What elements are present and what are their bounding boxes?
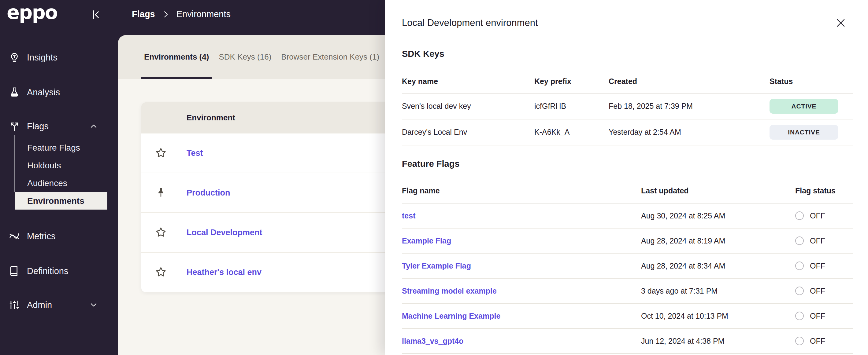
feature-flags-table-header: Flag name Last updated Flag status (402, 178, 853, 204)
status-badge: ACTIVE (770, 99, 838, 114)
branch-icon (8, 120, 20, 132)
flag-link[interactable]: Streaming model example (402, 287, 641, 295)
key-created: Yesterday at 2:54 AM (609, 128, 770, 137)
table-row: Darcey's Local Env K-A6Kk_A Yesterday at… (402, 119, 853, 145)
sidebar-item-label: Metrics (27, 231, 55, 241)
flag-status-label: OFF (810, 261, 825, 271)
drawer-title: Local Development environment (402, 17, 538, 28)
sidebar-item-flags[interactable]: Flags (0, 118, 118, 135)
flag-link[interactable]: Machine Learning Example (402, 312, 641, 320)
column-environment: Environment (187, 113, 235, 122)
environment-link[interactable]: Heather's local env (187, 268, 261, 277)
column-key-name: Key name (402, 77, 534, 86)
key-created: Feb 18, 2025 at 7:39 PM (609, 102, 770, 111)
lightbulb-icon (8, 51, 20, 63)
flask-icon (8, 86, 20, 98)
flag-link[interactable]: Example Flag (402, 237, 641, 245)
tab-sdk-keys[interactable]: SDK Keys (16) (216, 35, 274, 79)
breadcrumb: Flags Environments (132, 9, 230, 19)
key-prefix: icfGfRHB (534, 102, 609, 111)
sidebar-item-audiences[interactable]: Audiences (15, 174, 107, 192)
sidebar-item-insights[interactable]: Insights (0, 49, 118, 66)
table-row: test Aug 30, 2024 at 8:25 AM OFF (402, 204, 853, 228)
column-flag-name: Flag name (402, 186, 641, 195)
table-row: Sven's local dev key icfGfRHB Feb 18, 20… (402, 94, 853, 119)
environment-link[interactable]: Production (187, 188, 230, 198)
flag-updated: Oct 10, 2024 at 10:13 PM (641, 312, 795, 320)
column-last-updated: Last updated (641, 186, 795, 195)
sidebar-item-feature-flags[interactable]: Feature Flags (15, 139, 107, 156)
key-prefix: K-A6Kk_A (534, 128, 609, 137)
breadcrumb-environments[interactable]: Environments (177, 9, 230, 19)
flag-link[interactable]: test (402, 211, 641, 220)
sidebar-item-label: Environments (27, 196, 85, 206)
status-badge: INACTIVE (770, 125, 838, 140)
column-key-prefix: Key prefix (534, 77, 609, 86)
chevron-up-icon[interactable] (89, 121, 98, 131)
chevron-right-icon (161, 10, 170, 19)
flag-status-label: OFF (810, 287, 825, 295)
sidebar-item-label: Definitions (27, 266, 68, 276)
column-flag-status: Flag status (795, 186, 853, 195)
radio-off-icon[interactable] (795, 337, 804, 345)
sidebar-item-environments[interactable]: Environments (15, 192, 107, 210)
sdk-keys-table: Key name Key prefix Created Status Sven'… (402, 70, 853, 145)
breadcrumb-flags[interactable]: Flags (132, 9, 155, 19)
table-row: Machine Learning Example Oct 10, 2024 at… (402, 304, 853, 329)
sidebar-item-metrics[interactable]: Metrics (0, 227, 118, 245)
sidebar-item-definitions[interactable]: Definitions (0, 262, 118, 280)
radio-off-icon[interactable] (795, 237, 804, 245)
star-icon[interactable] (155, 266, 167, 278)
flag-updated: Aug 28, 2024 at 8:19 AM (641, 237, 795, 245)
environment-detail-drawer: Local Development environment SDK Keys K… (385, 0, 868, 355)
environment-link[interactable]: Test (187, 148, 203, 158)
column-created: Created (609, 77, 770, 86)
tab-environments[interactable]: Environments (4) (141, 35, 212, 79)
book-icon (8, 265, 20, 277)
table-row: llama3_vs_gpt4o Jun 12, 2024 at 4:38 PM … (402, 329, 853, 354)
column-status: Status (770, 77, 853, 86)
flag-link[interactable]: Tyler Example Flag (402, 261, 641, 271)
radio-off-icon[interactable] (795, 287, 804, 295)
eppo-logo: eppo (7, 1, 57, 24)
trend-icon (8, 230, 20, 242)
sidebar-item-holdouts[interactable]: Holdouts (15, 157, 107, 174)
chevron-down-icon[interactable] (89, 300, 98, 310)
table-row: Tyler Example Flag Aug 28, 2024 at 8:34 … (402, 254, 853, 279)
sidebar-collapse-icon[interactable] (91, 9, 102, 21)
environment-link[interactable]: Local Development (187, 228, 262, 237)
radio-off-icon[interactable] (795, 312, 804, 320)
feature-flags-table: Flag name Last updated Flag status test … (402, 178, 853, 354)
star-icon[interactable] (155, 147, 167, 159)
sidebar-item-label: Audiences (27, 178, 67, 188)
sliders-icon (8, 299, 20, 311)
sidebar-item-label: Analysis (27, 87, 60, 98)
key-name: Darcey's Local Env (402, 128, 534, 137)
sidebar-item-label: Insights (27, 52, 58, 63)
flag-status-label: OFF (810, 337, 825, 346)
flag-updated: Jun 12, 2024 at 4:38 PM (641, 337, 795, 346)
sidebar-item-analysis[interactable]: Analysis (0, 84, 118, 101)
pin-icon[interactable] (155, 187, 167, 199)
sdk-keys-heading: SDK Keys (402, 49, 444, 59)
key-name: Sven's local dev key (402, 102, 534, 111)
sidebar-item-label: Admin (27, 300, 52, 310)
flag-status-label: OFF (810, 211, 825, 220)
flag-updated: 3 days ago at 7:31 PM (641, 287, 795, 295)
flag-status-label: OFF (810, 312, 825, 320)
sidebar-item-admin[interactable]: Admin (0, 296, 118, 314)
close-icon[interactable] (835, 17, 846, 29)
radio-off-icon[interactable] (795, 261, 804, 270)
star-icon[interactable] (155, 226, 167, 239)
table-row: Example Flag Aug 28, 2024 at 8:19 AM OFF (402, 228, 853, 254)
tab-browser-extension-keys[interactable]: Browser Extension Keys (1) (278, 35, 382, 79)
sidebar-item-label: Flags (27, 121, 49, 131)
sdk-keys-table-header: Key name Key prefix Created Status (402, 70, 853, 94)
sidebar-item-label: Feature Flags (27, 143, 80, 153)
feature-flags-heading: Feature Flags (402, 159, 460, 169)
flag-updated: Aug 28, 2024 at 8:34 AM (641, 261, 795, 271)
flag-link[interactable]: llama3_vs_gpt4o (402, 337, 641, 346)
radio-off-icon[interactable] (795, 211, 804, 220)
flag-updated: Aug 30, 2024 at 8:25 AM (641, 211, 795, 220)
sidebar-item-label: Holdouts (27, 161, 61, 171)
